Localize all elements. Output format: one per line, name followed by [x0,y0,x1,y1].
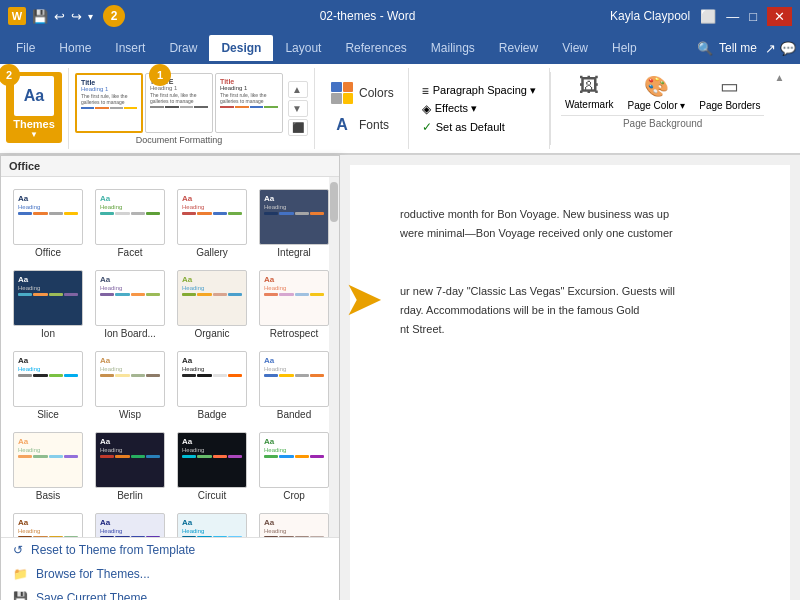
scroll-expand-btn[interactable]: ⬛ [288,119,308,136]
theme-name-label: Integral [277,247,310,258]
theme-tile[interactable]: Aa Heading Gallery [173,185,251,262]
tab-mailings[interactable]: Mailings [419,35,487,61]
panel-header: Office [1,156,339,177]
callout-2: 2 [103,5,125,27]
save-btn[interactable]: 💾 [32,9,48,24]
theme-title-text: Aa [100,518,160,527]
watermark-btn[interactable]: 🖼 Watermark [561,72,618,113]
set-as-default-btn[interactable]: ✓ Set as Default [419,119,539,135]
scroll-thumb[interactable] [330,182,338,222]
color-bar [310,374,324,377]
doc-page[interactable]: roductive month for Bon Voyage. New busi… [350,165,790,600]
page-borders-btn[interactable]: ▭ Page Borders [695,72,764,113]
color-bar [213,374,227,377]
ribbon-display-btn[interactable]: ⬜ [700,9,716,24]
color-bar [310,536,324,537]
theme-title-text: Aa [100,194,160,203]
set-as-default-label: Set as Default [436,121,505,133]
undo-btn[interactable]: ↩ [54,9,65,24]
reset-theme-link[interactable]: ↺ Reset to Theme from Template [1,538,339,562]
color-bar [228,293,242,296]
tab-layout[interactable]: Layout [273,35,333,61]
themes-button[interactable]: 2 Themes ▼ [6,72,62,143]
color-bar [33,536,47,537]
theme-tile[interactable]: Aa Heading Banded [255,347,333,424]
main-document[interactable]: roductive month for Bon Voyage. New busi… [340,155,800,600]
theme-tile[interactable]: Aa Heading Damask [9,509,87,537]
theme-tile[interactable]: Aa Heading Slice [9,347,87,424]
tab-design[interactable]: Design [209,35,273,61]
theme-title-text: Aa [182,275,242,284]
theme-preview-3[interactable]: Title Heading 1 The first rule, like the… [215,73,283,133]
tab-view[interactable]: View [550,35,600,61]
colors-btn[interactable]: Colors [325,78,398,108]
fonts-icon: A [329,112,355,138]
theme-title-text: Aa [18,437,78,446]
theme-tile[interactable]: Aa Heading Retrospect [255,266,333,343]
theme-thumbnail: Aa Heading [177,513,247,537]
share-btn[interactable]: ↗ [765,41,776,56]
theme-tile[interactable]: Aa Heading Integral [255,185,333,262]
save-theme-link[interactable]: 💾 Save Current Theme... [1,586,339,600]
browse-themes-link[interactable]: 📁 Browse for Themes... [1,562,339,586]
fonts-btn[interactable]: A Fonts [325,110,393,140]
main-area: Office Aa Heading Office Aa Heading [0,155,800,600]
page-bg-buttons: 🖼 Watermark 🎨 Page Color ▾ ▭ Page Border… [561,72,765,113]
theme-tile[interactable]: Aa Heading Droplet [173,509,251,537]
theme-title-text: Aa [264,275,324,284]
scroll-track[interactable] [329,177,339,537]
theme-thumbnail: Aa Heading [259,513,329,537]
theme-tile[interactable]: Aa Heading Crop [255,428,333,505]
theme-preview-1[interactable]: Title Heading 1 The first rule, like the… [75,73,143,133]
doc-text-2: were minimal—Bon Voyage received only on… [400,224,740,243]
theme-tile[interactable]: Aa Heading Wisp [91,347,169,424]
scroll-up-btn[interactable]: ▲ [288,81,308,98]
theme-color-bars [264,536,324,537]
theme-tile[interactable]: Aa Heading Facet [91,185,169,262]
tab-review[interactable]: Review [487,35,550,61]
effects-btn[interactable]: ◈ Effects ▾ [419,101,539,117]
theme-color-bars [100,293,160,296]
theme-tile[interactable]: Aa Heading Office [9,185,87,262]
theme-tile[interactable]: Aa Heading Ion Board... [91,266,169,343]
theme-tile[interactable]: Aa Heading Basis [9,428,87,505]
page-color-btn[interactable]: 🎨 Page Color ▾ [623,72,689,113]
theme-heading-text: Heading [264,447,324,453]
theme-tile[interactable]: Aa Heading Ion [9,266,87,343]
tab-draw[interactable]: Draw [157,35,209,61]
quick-access-more[interactable]: ▾ [88,11,93,22]
color-bar [279,374,293,377]
theme-heading-text: Heading [264,285,324,291]
tab-references[interactable]: References [333,35,418,61]
paragraph-spacing-btn[interactable]: ≡ Paragraph Spacing ▾ [419,83,539,99]
fonts-label: Fonts [359,118,389,132]
redo-btn[interactable]: ↪ [71,9,82,24]
color-bar [279,212,293,215]
theme-color-bars [18,293,78,296]
browse-icon: 📁 [13,567,28,581]
tell-me[interactable]: Tell me [719,41,757,55]
minimize-btn[interactable]: — [726,9,739,24]
color-bar [182,212,196,215]
tab-insert[interactable]: Insert [103,35,157,61]
theme-tile[interactable]: Aa Heading Badge [173,347,251,424]
search-icon[interactable]: 🔍 [697,41,713,56]
scroll-down-btn[interactable]: ▼ [288,100,308,117]
tab-help[interactable]: Help [600,35,649,61]
tab-home[interactable]: Home [47,35,103,61]
color-bar [49,293,63,296]
theme-color-bars [264,212,324,215]
theme-tile[interactable]: Aa Heading Organic [173,266,251,343]
theme-title-text: Aa [18,356,78,365]
close-btn[interactable]: ✕ [767,7,792,26]
color-bar [264,455,278,458]
theme-tile[interactable]: Aa Heading Feathered [255,509,333,537]
comments-btn[interactable]: 💬 [780,41,796,56]
theme-tile[interactable]: Aa Heading Circuit [173,428,251,505]
ribbon-expand-btn[interactable]: ▲ [774,72,784,83]
theme-tile[interactable]: Aa Heading Dividend [91,509,169,537]
tab-file[interactable]: File [4,35,47,61]
theme-tile[interactable]: Aa Heading Berlin [91,428,169,505]
maximize-btn[interactable]: □ [749,9,757,24]
color-bar [182,536,196,537]
